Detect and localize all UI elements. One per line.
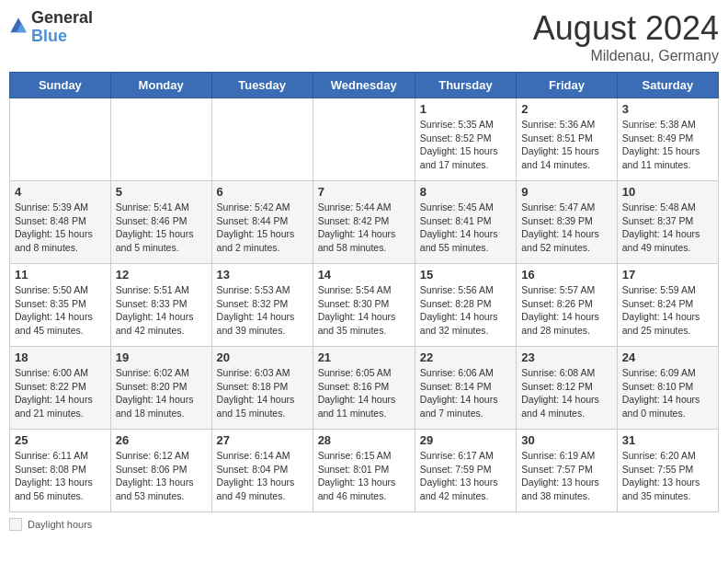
day-number: 7 [318,185,410,199]
day-cell: 17Sunrise: 5:59 AM Sunset: 8:24 PM Dayli… [617,264,718,347]
day-number: 9 [521,185,612,199]
day-info: Sunrise: 6:20 AM Sunset: 7:55 PM Dayligh… [622,449,713,503]
day-cell: 3Sunrise: 5:38 AM Sunset: 8:49 PM Daylig… [617,98,718,181]
day-info: Sunrise: 5:50 AM Sunset: 8:35 PM Dayligh… [15,283,106,338]
day-number: 16 [521,268,612,282]
day-number: 24 [622,350,713,364]
day-info: Sunrise: 5:41 AM Sunset: 8:46 PM Dayligh… [116,201,207,255]
day-info: Sunrise: 6:08 AM Sunset: 8:12 PM Dayligh… [521,366,612,420]
day-cell: 25Sunrise: 6:11 AM Sunset: 8:08 PM Dayli… [10,430,111,512]
day-number: 18 [15,350,106,364]
day-cell: 21Sunrise: 6:05 AM Sunset: 8:16 PM Dayli… [313,347,415,430]
days-header-row: SundayMondayTuesdayWednesdayThursdayFrid… [10,73,719,98]
week-row-4: 18Sunrise: 6:00 AM Sunset: 8:22 PM Dayli… [10,347,719,430]
day-info: Sunrise: 5:36 AM Sunset: 8:51 PM Dayligh… [521,118,612,172]
day-cell: 12Sunrise: 5:51 AM Sunset: 8:33 PM Dayli… [110,264,211,347]
day-info: Sunrise: 5:48 AM Sunset: 8:37 PM Dayligh… [622,201,713,255]
day-number: 29 [420,433,511,447]
day-number: 25 [15,433,106,447]
day-cell: 5Sunrise: 5:41 AM Sunset: 8:46 PM Daylig… [110,181,211,264]
day-cell: 15Sunrise: 5:56 AM Sunset: 8:28 PM Dayli… [415,264,516,347]
day-info: Sunrise: 6:09 AM Sunset: 8:10 PM Dayligh… [622,366,713,420]
day-number: 26 [116,433,207,447]
title-area: August 2024 Mildenau, Germany [533,9,719,64]
day-info: Sunrise: 6:11 AM Sunset: 8:08 PM Dayligh… [15,449,106,503]
day-cell: 4Sunrise: 5:39 AM Sunset: 8:48 PM Daylig… [10,181,111,264]
day-number: 27 [217,433,308,447]
day-cell: 7Sunrise: 5:44 AM Sunset: 8:42 PM Daylig… [313,181,415,264]
day-cell: 29Sunrise: 6:17 AM Sunset: 7:59 PM Dayli… [415,430,516,512]
day-info: Sunrise: 6:12 AM Sunset: 8:06 PM Dayligh… [116,449,207,503]
day-number: 28 [318,433,410,447]
day-number: 14 [318,268,410,282]
day-cell: 8Sunrise: 5:45 AM Sunset: 8:41 PM Daylig… [415,181,516,264]
day-cell: 11Sunrise: 5:50 AM Sunset: 8:35 PM Dayli… [10,264,111,347]
calendar-body: 1Sunrise: 5:35 AM Sunset: 8:52 PM Daylig… [10,98,719,512]
day-header-sunday: Sunday [10,73,111,98]
day-info: Sunrise: 5:38 AM Sunset: 8:49 PM Dayligh… [622,118,713,172]
daylight-label: Daylight hours [28,519,92,530]
day-header-thursday: Thursday [415,73,516,98]
logo: General Blue [9,9,93,46]
day-header-friday: Friday [517,73,618,98]
day-info: Sunrise: 6:05 AM Sunset: 8:16 PM Dayligh… [318,366,410,420]
day-cell: 28Sunrise: 6:15 AM Sunset: 8:01 PM Dayli… [313,430,415,512]
day-info: Sunrise: 6:00 AM Sunset: 8:22 PM Dayligh… [15,366,106,420]
location: Mildenau, Germany [533,48,719,64]
day-cell: 30Sunrise: 6:19 AM Sunset: 7:57 PM Dayli… [517,430,618,512]
logo-blue: Blue [31,28,93,46]
daylight-box [9,518,22,531]
day-info: Sunrise: 5:42 AM Sunset: 8:44 PM Dayligh… [217,201,308,255]
day-number: 13 [217,268,308,282]
day-info: Sunrise: 5:44 AM Sunset: 8:42 PM Dayligh… [318,201,410,255]
day-number: 6 [217,185,308,199]
day-header-monday: Monday [110,73,211,98]
day-info: Sunrise: 5:39 AM Sunset: 8:48 PM Dayligh… [15,201,106,255]
day-number: 31 [622,433,713,447]
day-info: Sunrise: 6:17 AM Sunset: 7:59 PM Dayligh… [420,449,511,503]
day-number: 21 [318,350,410,364]
day-number: 15 [420,268,511,282]
day-cell [10,98,111,181]
day-number: 4 [15,185,106,199]
day-cell: 2Sunrise: 5:36 AM Sunset: 8:51 PM Daylig… [517,98,618,181]
day-cell: 27Sunrise: 6:14 AM Sunset: 8:04 PM Dayli… [211,430,313,512]
day-header-saturday: Saturday [617,73,718,98]
month-year: August 2024 [533,9,719,48]
day-number: 3 [622,102,713,116]
day-number: 2 [521,102,612,116]
day-info: Sunrise: 5:59 AM Sunset: 8:24 PM Dayligh… [622,283,713,338]
day-cell: 14Sunrise: 5:54 AM Sunset: 8:30 PM Dayli… [313,264,415,347]
day-number: 20 [217,350,308,364]
day-number: 5 [116,185,207,199]
day-info: Sunrise: 5:47 AM Sunset: 8:39 PM Dayligh… [521,201,612,255]
day-number: 19 [116,350,207,364]
day-number: 8 [420,185,511,199]
logo-icon [9,17,28,35]
day-cell: 1Sunrise: 5:35 AM Sunset: 8:52 PM Daylig… [415,98,516,181]
day-info: Sunrise: 6:14 AM Sunset: 8:04 PM Dayligh… [217,449,308,503]
week-row-3: 11Sunrise: 5:50 AM Sunset: 8:35 PM Dayli… [10,264,719,347]
logo-general: General [31,9,93,28]
day-number: 22 [420,350,511,364]
calendar-table: SundayMondayTuesdayWednesdayThursdayFrid… [9,72,719,512]
day-info: Sunrise: 5:53 AM Sunset: 8:32 PM Dayligh… [217,283,308,338]
day-number: 1 [420,102,511,116]
day-cell: 24Sunrise: 6:09 AM Sunset: 8:10 PM Dayli… [617,347,718,430]
day-number: 12 [116,268,207,282]
day-number: 11 [15,268,106,282]
day-cell: 19Sunrise: 6:02 AM Sunset: 8:20 PM Dayli… [110,347,211,430]
day-number: 17 [622,268,713,282]
day-number: 23 [521,350,612,364]
day-cell: 18Sunrise: 6:00 AM Sunset: 8:22 PM Dayli… [10,347,111,430]
day-info: Sunrise: 6:02 AM Sunset: 8:20 PM Dayligh… [116,366,207,420]
day-cell: 26Sunrise: 6:12 AM Sunset: 8:06 PM Dayli… [110,430,211,512]
day-header-wednesday: Wednesday [313,73,415,98]
day-info: Sunrise: 6:19 AM Sunset: 7:57 PM Dayligh… [521,449,612,503]
day-info: Sunrise: 6:15 AM Sunset: 8:01 PM Dayligh… [318,449,410,503]
day-cell [110,98,211,181]
day-info: Sunrise: 5:51 AM Sunset: 8:33 PM Dayligh… [116,283,207,338]
day-header-tuesday: Tuesday [211,73,313,98]
week-row-1: 1Sunrise: 5:35 AM Sunset: 8:52 PM Daylig… [10,98,719,181]
day-cell [313,98,415,181]
